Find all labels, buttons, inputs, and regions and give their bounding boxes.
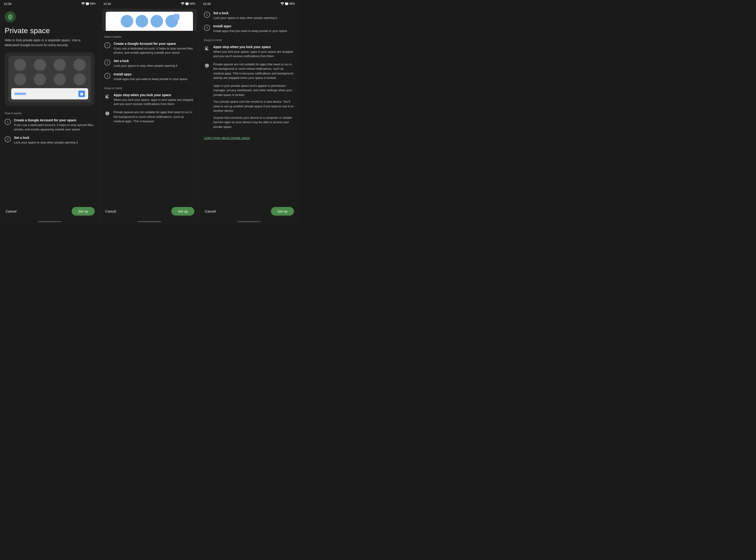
- screen2-step-2: 2 Set a lock Lock your space to stop oth…: [104, 59, 194, 68]
- app-icon-6: [34, 73, 46, 85]
- screen2-step-2-title: Set a lock: [114, 59, 177, 63]
- cancel-button-1[interactable]: Cancel: [5, 207, 18, 215]
- screen2-step-3-title: Install apps: [114, 72, 187, 76]
- svg-point-7: [182, 4, 183, 5]
- step-2-desc: Lock your space to stop other people ope…: [14, 140, 78, 145]
- home-pill-indicator-1: [38, 221, 61, 222]
- battery-pct-3: 98%: [289, 2, 295, 5]
- battery-icon-2: [185, 2, 189, 5]
- screen2-app-circle-1: [121, 15, 133, 27]
- page-title-1: Private space: [5, 26, 95, 35]
- screen3-step-install-desc: Install apps that you want to keep priva…: [213, 29, 287, 33]
- info-icon-2: [104, 111, 111, 116]
- how-it-works-label-1: How it works: [5, 112, 95, 115]
- screen3-warning-content: Apps stop when you lock your space When …: [213, 45, 294, 58]
- screen3-warning-desc: When you lock your space, apps in your s…: [213, 50, 294, 58]
- screen2-warning-title: Apps stop when you lock your space: [114, 93, 194, 97]
- screen2-step-1-title: Create a Google Account for your space: [114, 42, 194, 45]
- screen3-step-lock-content: Set a lock Lock your space to stop other…: [213, 11, 277, 20]
- phone-lock-icon-1: [78, 91, 85, 97]
- app-grid-1: [11, 59, 88, 85]
- screen2-step-3-desc: Install apps that you want to keep priva…: [114, 77, 187, 81]
- screen3-extra-p-2: Your private space can't be moved to a n…: [213, 99, 294, 113]
- home-indicator-1: [0, 219, 99, 224]
- status-icons-3: 98%: [280, 2, 295, 5]
- svg-rect-6: [10, 17, 11, 18]
- screen3-step-lock: 2 Set a lock Lock your space to stop oth…: [204, 11, 294, 20]
- screen2-warning-item: Apps stop when you lock your space When …: [104, 93, 194, 106]
- screen2-step-1-desc: If you use a dedicated account, it helps…: [114, 46, 194, 55]
- step-1-content: Create a Google Account for your space I…: [14, 118, 95, 132]
- app-icon-3: [54, 59, 66, 71]
- app-icon-1: [14, 59, 26, 71]
- step-2-title: Set a lock: [14, 136, 78, 140]
- svg-rect-3: [86, 3, 88, 5]
- home-pill-indicator-2: [138, 221, 161, 222]
- setup-button-2[interactable]: Set up: [171, 207, 194, 216]
- shield-icon-container: [5, 11, 16, 22]
- setup-button-3[interactable]: Set up: [271, 207, 294, 216]
- info-icon-3-1: [204, 62, 210, 68]
- battery-icon-3: [285, 2, 289, 5]
- screen3-info-text-1: Private spaces are not suitable for apps…: [213, 62, 294, 80]
- warning-bell-icon-3: [204, 45, 210, 52]
- app-icon-5: [14, 73, 26, 85]
- screen2-step-3-content: Install apps Install apps that you want …: [114, 72, 187, 81]
- screen3-step-lock-title: Set a lock: [213, 11, 277, 15]
- page-subtitle-1: Hide or lock private apps in a separate …: [5, 38, 95, 47]
- screen2-step-2-content: Set a lock Lock your space to stop other…: [114, 59, 177, 68]
- screen3-warning-title: Apps stop when you lock your space: [213, 45, 294, 49]
- phone-screen-1: [8, 56, 91, 102]
- step-2-item: 2 Set a lock Lock your space to stop oth…: [5, 136, 95, 145]
- shield-lock-icon: [7, 14, 14, 20]
- bottom-nav-1: Cancel Set up: [0, 204, 99, 219]
- screen2-app-circle-3: [151, 15, 163, 27]
- screen2-info-text: Private spaces are not suitable for apps…: [114, 110, 194, 124]
- cancel-button-3[interactable]: Cancel: [204, 207, 217, 215]
- wifi-icon-1: [81, 2, 85, 5]
- screen2-step-1: 1 Create a Google Account for your space…: [104, 42, 194, 55]
- screen3-extra-p-3: Anyone that connects your device to a co…: [213, 116, 294, 129]
- setup-button-1[interactable]: Set up: [72, 207, 95, 216]
- screen2-step-1-content: Create a Google Account for your space I…: [114, 42, 194, 55]
- screen2-small-badge: [173, 14, 179, 20]
- app-icon-2: [34, 59, 46, 71]
- keep-in-mind-label-3: Keep in mind: [204, 38, 294, 42]
- screen3-extra-p-1: Apps in your private space won't appear …: [213, 83, 294, 97]
- bell-slash-svg-3: [204, 46, 210, 51]
- screen2-info-item: Private spaces are not suitable for apps…: [104, 110, 194, 124]
- home-indicator-3: [199, 219, 299, 224]
- screen2-app-circle-2: [136, 15, 148, 27]
- screen-2: 10:39 98%: [100, 0, 199, 224]
- screen2-phone-top: [102, 9, 197, 31]
- step-1-title: Create a Google Account for your space: [14, 118, 95, 122]
- battery-pct-1: 98%: [90, 2, 96, 5]
- svg-rect-9: [188, 3, 189, 4]
- screen2-warning-content: Apps stop when you lock your space When …: [114, 93, 194, 106]
- app-icon-4: [74, 59, 86, 71]
- cancel-button-2[interactable]: Cancel: [104, 207, 117, 215]
- screen2-phone-inner: [106, 12, 193, 31]
- status-bar-1: 10:39 98%: [0, 0, 99, 7]
- screen2-step-2-num: 2: [104, 60, 111, 65]
- screen2-step-2-desc: Lock your space to stop other people ope…: [114, 64, 177, 68]
- screen2-apps-row: [109, 15, 190, 27]
- svg-rect-2: [89, 3, 89, 4]
- status-time-2: 10:39: [103, 2, 111, 6]
- status-bar-2: 10:39 98%: [100, 0, 199, 7]
- svg-rect-10: [186, 3, 188, 5]
- step-2-content: Set a lock Lock your space to stop other…: [14, 136, 78, 145]
- step-1-item: 1 Create a Google Account for your space…: [5, 118, 95, 132]
- screen3-step-install: 3 Install apps Install apps that you wan…: [204, 24, 294, 33]
- home-indicator-2: [100, 219, 199, 224]
- home-pill-indicator-3: [237, 221, 261, 222]
- screen3-step-install-title: Install apps: [213, 24, 287, 28]
- step-2-number: 2: [5, 136, 11, 142]
- svg-point-0: [83, 4, 83, 5]
- warning-bell-icon-2: [104, 94, 111, 100]
- phone-mockup-1: [5, 52, 95, 106]
- wifi-icon-3: [280, 2, 284, 5]
- screen-3: 10:39 98% 2 Set a lock: [199, 0, 299, 224]
- learn-more-link[interactable]: Learn more about private space: [204, 136, 294, 140]
- screen3-step-install-content: Install apps Install apps that you want …: [213, 24, 287, 33]
